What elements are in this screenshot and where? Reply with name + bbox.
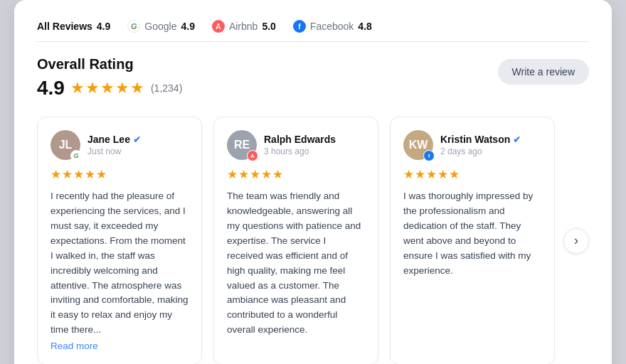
overall-rating-section: Overall Rating 4.9 ★★★★★ (1,234) Write a…	[37, 56, 589, 100]
source-badge-google: G	[70, 150, 82, 161]
overall-count: (1,234)	[151, 82, 182, 94]
tab-airbnb[interactable]: A Airbnb 5.0	[212, 20, 276, 33]
text-kristin: I was thoroughly impressed by the profes…	[403, 189, 541, 279]
reviews-widget: All Reviews 4.9 G Google 4.9 A Airbnb 5.…	[14, 0, 612, 364]
tab-google-score: 4.9	[181, 21, 194, 32]
card-header-ralph: RE A Ralph Edwards 3 hours ago	[227, 130, 365, 160]
reviewer-time-ralph: 3 hours ago	[264, 146, 336, 156]
text-jane: I recently had the pleasure of experienc…	[51, 189, 189, 338]
tab-all-label: All Reviews	[37, 21, 92, 32]
tab-airbnb-score: 5.0	[262, 21, 275, 32]
overall-stars: ★★★★★	[70, 79, 145, 97]
avatar-wrapper-ralph: RE A	[227, 130, 257, 160]
stars-kristin: ★★★★★	[403, 167, 541, 182]
google-icon: G	[127, 20, 140, 33]
reviewer-info-kristin: Kristin Watson ✔ 2 days ago	[440, 134, 521, 156]
verified-icon-jane: ✔	[133, 134, 141, 145]
overall-rating-left: Overall Rating 4.9 ★★★★★ (1,234)	[37, 56, 182, 100]
avatar-wrapper-jane: JL G	[51, 130, 80, 160]
source-badge-airbnb: A	[247, 150, 258, 161]
review-card-ralph: RE A Ralph Edwards 3 hours ago ★★★★★ The…	[213, 117, 378, 364]
reviewer-time-kristin: 2 days ago	[440, 146, 521, 156]
source-badge-facebook: f	[423, 150, 435, 161]
overall-heading: Overall Rating	[37, 56, 182, 73]
verified-icon-kristin: ✔	[513, 134, 521, 145]
reviewer-name-kristin: Kristin Watson ✔	[440, 134, 521, 145]
reviewer-name-jane: Jane Lee ✔	[87, 134, 141, 145]
reviews-cards-wrapper: JL G Jane Lee ✔ Just now ★★★★★ I recentl…	[37, 117, 589, 364]
text-ralph: The team was friendly and knowledgeable,…	[227, 189, 365, 338]
write-review-button[interactable]: Write a review	[498, 59, 589, 85]
tab-google[interactable]: G Google 4.9	[127, 20, 195, 33]
card-header-jane: JL G Jane Lee ✔ Just now	[51, 130, 189, 160]
overall-score: 4.9	[37, 77, 65, 100]
stars-jane: ★★★★★	[51, 167, 189, 182]
next-button[interactable]: ›	[563, 228, 589, 254]
tab-all-reviews[interactable]: All Reviews 4.9	[37, 21, 110, 32]
reviewer-info-ralph: Ralph Edwards 3 hours ago	[264, 134, 336, 156]
tab-airbnb-label: Airbnb	[229, 21, 258, 32]
airbnb-icon: A	[212, 20, 225, 33]
review-card-jane: JL G Jane Lee ✔ Just now ★★★★★ I recentl…	[37, 117, 202, 364]
review-card-kristin: KW f Kristin Watson ✔ 2 days ago ★★★★★ I…	[390, 117, 555, 364]
reviewer-name-ralph: Ralph Edwards	[264, 134, 336, 145]
reviews-cards: JL G Jane Lee ✔ Just now ★★★★★ I recentl…	[37, 117, 555, 364]
overall-score-row: 4.9 ★★★★★ (1,234)	[37, 77, 182, 100]
reviewer-info-jane: Jane Lee ✔ Just now	[87, 134, 141, 156]
read-more-jane[interactable]: Read more	[51, 341, 98, 351]
tab-facebook[interactable]: f Facebook 4.8	[293, 20, 372, 33]
card-header-kristin: KW f Kristin Watson ✔ 2 days ago	[403, 130, 541, 160]
avatar-wrapper-kristin: KW f	[403, 130, 433, 160]
tab-facebook-score: 4.8	[358, 21, 371, 32]
tab-google-label: Google	[144, 21, 176, 32]
stars-ralph: ★★★★★	[227, 167, 365, 182]
facebook-icon: f	[293, 20, 306, 33]
tabs-bar: All Reviews 4.9 G Google 4.9 A Airbnb 5.…	[37, 20, 589, 42]
tab-facebook-label: Facebook	[310, 21, 354, 32]
next-icon: ›	[574, 233, 578, 248]
tab-all-score: 4.9	[97, 21, 110, 32]
reviewer-time-jane: Just now	[87, 146, 141, 156]
